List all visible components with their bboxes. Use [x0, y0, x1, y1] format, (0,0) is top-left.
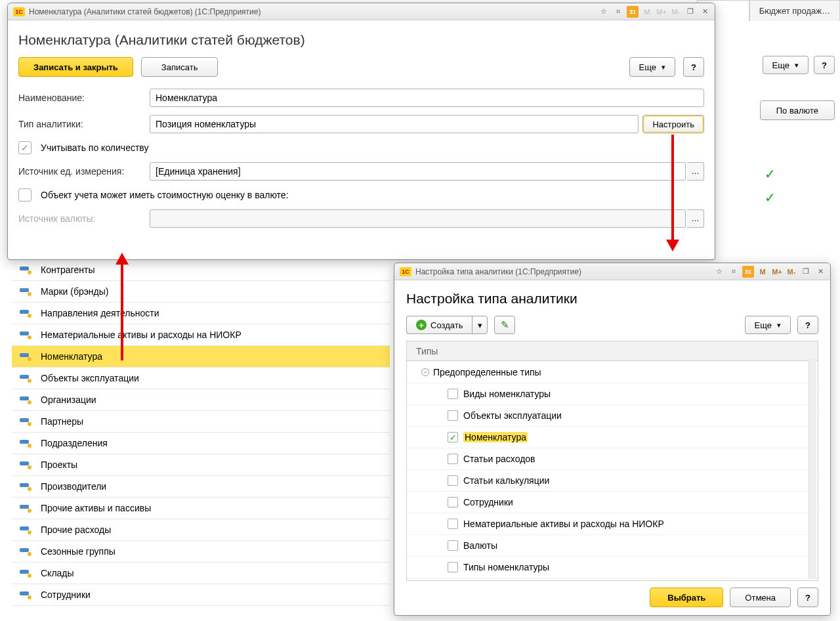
star-icon[interactable]: ☆: [713, 266, 725, 278]
list-item-label: Направления деятельности: [41, 308, 159, 318]
dlg2-titlebar[interactable]: 1C Настройка типа аналитики (1С:Предприя…: [394, 263, 830, 280]
checkbox[interactable]: [448, 497, 458, 507]
close-icon[interactable]: ✕: [699, 6, 711, 18]
type-item[interactable]: Объекты эксплуатации: [407, 405, 818, 427]
cancel-button[interactable]: Отмена: [730, 588, 791, 607]
type-item[interactable]: Номенклатура: [407, 427, 818, 448]
list-item[interactable]: Подразделения: [12, 433, 390, 454]
ellipsis-unit-button[interactable]: …: [687, 162, 704, 181]
calc-icon[interactable]: ⌗: [612, 6, 624, 18]
checkbox[interactable]: [448, 475, 458, 486]
type-item[interactable]: Статьи расходов: [407, 448, 818, 470]
dlg1-titlebar[interactable]: 1C Номенклатура (Аналитики статей бюджет…: [8, 3, 715, 20]
dlg2-heading: Настройка типа аналитики: [406, 291, 818, 307]
checkbox-currency[interactable]: [18, 188, 32, 202]
close-icon[interactable]: ✕: [814, 266, 826, 278]
dlg1-more-button[interactable]: Еще: [629, 57, 675, 77]
dlg2-help-button-2[interactable]: ?: [797, 588, 818, 607]
bg-help-button[interactable]: ?: [814, 56, 835, 74]
calendar-icon[interactable]: 31: [627, 6, 639, 18]
select-button[interactable]: Выбрать: [650, 588, 723, 607]
calendar-icon[interactable]: 31: [742, 266, 754, 278]
tree-root[interactable]: − Предопределенные типы: [407, 361, 818, 383]
window-icon[interactable]: ❐: [800, 266, 812, 278]
dlg2-help-button[interactable]: ?: [797, 316, 818, 334]
list-item[interactable]: Организации: [12, 389, 390, 411]
checkbox-qty[interactable]: [18, 141, 32, 154]
type-label: Валюты: [463, 540, 497, 551]
tag-icon: [20, 332, 30, 338]
edit-button[interactable]: ✎: [494, 316, 515, 334]
bg-col-currency[interactable]: По валюте: [760, 100, 835, 120]
m-minus-icon[interactable]: M-: [670, 6, 682, 18]
type-item[interactable]: Сотрудники: [407, 492, 818, 513]
list-item[interactable]: Партнеры: [12, 411, 390, 433]
checkbox[interactable]: [448, 389, 458, 399]
list-item-label: Сезонные группы: [41, 546, 116, 557]
input-type[interactable]: [150, 115, 639, 133]
type-item[interactable]: Нематериальные активы и расходы на НИОКР: [407, 513, 818, 535]
list-item[interactable]: Проекты: [12, 454, 390, 476]
list-item[interactable]: Склады: [12, 563, 390, 584]
checkbox[interactable]: [448, 454, 458, 464]
input-unit-source[interactable]: [150, 162, 686, 181]
type-label: Сотрудники: [463, 497, 513, 507]
list-item[interactable]: Сотрудники: [12, 584, 390, 606]
list-item-label: Марки (брэнды): [41, 286, 108, 297]
list-item-label: Нематериальные активы и расходы на НИОКР: [41, 330, 242, 340]
list-item[interactable]: Сезонные группы: [12, 541, 390, 563]
list-item-label: Прочие активы и пассивы: [41, 503, 151, 513]
list-item-label: Контрагенты: [41, 265, 94, 275]
list-item[interactable]: Производители: [12, 476, 390, 498]
create-button[interactable]: +Создать ▾: [406, 316, 488, 334]
type-item[interactable]: Статьи калькуляции: [407, 470, 818, 492]
dlg1-heading: Номенклатура (Аналитики статей бюджетов): [18, 32, 704, 48]
list-item[interactable]: Направления деятельности: [12, 303, 390, 324]
list-item-label: Номенклатура: [41, 351, 102, 362]
list-item[interactable]: Прочие расходы: [12, 519, 390, 541]
save-close-button[interactable]: Записать и закрыть: [18, 57, 133, 77]
list-item[interactable]: Нематериальные активы и расходы на НИОКР: [12, 324, 390, 346]
m-icon[interactable]: M: [757, 266, 768, 278]
tag-icon: [20, 591, 30, 598]
checkbox[interactable]: [448, 562, 458, 572]
dlg2-title-text: Настройка типа аналитики (1С:Предприятие…: [415, 267, 581, 276]
m-minus-icon[interactable]: M-: [786, 266, 797, 278]
m-plus-icon[interactable]: M+: [656, 6, 667, 18]
dlg2-more-button[interactable]: Еще: [745, 316, 791, 334]
checkbox[interactable]: [448, 432, 458, 442]
m-icon[interactable]: M: [641, 6, 653, 18]
configure-button[interactable]: Настроить: [642, 115, 704, 133]
star-icon[interactable]: ☆: [598, 6, 610, 18]
m-plus-icon[interactable]: M+: [771, 266, 783, 278]
tag-icon: [20, 418, 30, 425]
ellipsis-currency-button[interactable]: …: [687, 209, 704, 228]
create-dropdown[interactable]: ▾: [472, 316, 488, 334]
list-item[interactable]: Марки (брэнды): [12, 281, 390, 303]
type-item[interactable]: Типы номенклатуры: [407, 557, 818, 578]
dlg1-help-button[interactable]: ?: [683, 57, 704, 77]
list-item[interactable]: Номенклатура: [12, 346, 390, 368]
list-item[interactable]: Контрагенты: [12, 259, 390, 281]
calc-icon[interactable]: ⌗: [728, 266, 740, 278]
tag-icon: [20, 267, 30, 273]
save-button[interactable]: Записать: [141, 57, 219, 77]
checkbox[interactable]: [448, 519, 458, 529]
input-name[interactable]: [150, 89, 704, 107]
list-item[interactable]: Объекты эксплуатации: [12, 368, 390, 389]
tag-icon: [20, 396, 30, 403]
type-item[interactable]: Валюты: [407, 535, 818, 557]
collapse-icon[interactable]: −: [421, 368, 429, 376]
bg-more-button[interactable]: Еще: [763, 56, 808, 74]
list-item[interactable]: Прочие активы и пассивы: [12, 498, 390, 519]
tag-icon: [20, 288, 30, 295]
checkbox[interactable]: [448, 540, 458, 551]
scrollbar[interactable]: [808, 358, 816, 579]
bg-tab-2[interactable]: Бюджет продаж…: [749, 0, 840, 21]
type-label: Статьи расходов: [463, 454, 536, 464]
checkbox[interactable]: [448, 410, 458, 421]
list-item-label: Сотрудники: [41, 589, 91, 600]
type-label: Виды номенклатуры: [463, 389, 551, 399]
window-icon[interactable]: ❐: [684, 6, 696, 18]
type-item[interactable]: Виды номенклатуры: [407, 383, 818, 405]
